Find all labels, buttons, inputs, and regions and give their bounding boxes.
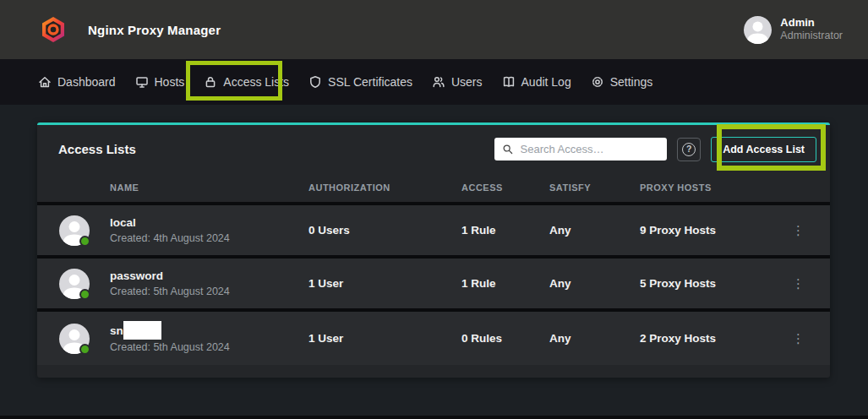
- search-box: [494, 138, 667, 161]
- nginx-proxy-manager-logo-icon: [39, 15, 68, 44]
- access-list-name: password: [110, 268, 230, 285]
- column-header-name: NAME: [37, 182, 308, 193]
- column-header-satisfy: SATISFY: [549, 182, 640, 193]
- bottom-edge-strip: [0, 416, 868, 419]
- nav-label: Users: [451, 75, 483, 89]
- book-icon: [502, 75, 516, 89]
- column-header-access: ACCESS: [461, 182, 549, 193]
- nav-item-audit-log[interactable]: Audit Log: [502, 75, 571, 89]
- redaction-box: [123, 321, 161, 340]
- row-avatar: [59, 215, 90, 246]
- nav-item-access-lists[interactable]: Access Lists: [204, 75, 289, 89]
- nav-label: Audit Log: [521, 75, 571, 89]
- user-role: Administrator: [780, 30, 843, 43]
- column-header-proxy-hosts: PROXY HOSTS: [640, 182, 767, 193]
- app-title: Nginx Proxy Manager: [88, 23, 221, 37]
- users-icon: [432, 75, 445, 89]
- access-value: 1 Rule: [461, 277, 549, 290]
- access-list-created: Created: 5th August 2024: [110, 284, 230, 299]
- row-menu-kebab-icon[interactable]: ⋮: [767, 224, 830, 237]
- proxy-hosts-value: 5 Proxy Hosts: [640, 277, 767, 290]
- proxy-hosts-value: 2 Proxy Hosts: [640, 332, 767, 345]
- column-header-authorization: AUTHORIZATION: [308, 182, 461, 193]
- nav-item-users[interactable]: Users: [432, 75, 483, 89]
- proxy-hosts-value: 9 Proxy Hosts: [640, 224, 767, 237]
- nav-label: Dashboard: [57, 75, 116, 89]
- access-lists-panel: Access Lists ? Add Access List NAME AUTH…: [37, 122, 830, 378]
- help-icon: ?: [682, 143, 696, 156]
- nav-item-dashboard[interactable]: Dashboard: [38, 75, 116, 89]
- table-header-row: NAME AUTHORIZATION ACCESS SATISFY PROXY …: [37, 173, 830, 205]
- access-list-name: sn: [110, 321, 230, 340]
- status-online-dot: [79, 344, 90, 355]
- access-list-created: Created: 4th August 2024: [110, 231, 230, 246]
- table-row[interactable]: local Created: 4th August 2024 0 Users 1…: [37, 205, 830, 258]
- top-header-bar: Nginx Proxy Manager Admin Administrator: [0, 0, 868, 59]
- nav-label: Hosts: [155, 75, 185, 89]
- access-value: 0 Rules: [461, 332, 549, 345]
- shield-icon: [308, 75, 322, 89]
- authorization-value: 1 User: [308, 277, 461, 290]
- row-avatar: [59, 269, 90, 299]
- user-avatar: [744, 16, 772, 44]
- user-name: Admin: [780, 16, 843, 30]
- panel-title: Access Lists: [58, 142, 136, 156]
- satisfy-value: Any: [549, 224, 640, 237]
- search-input[interactable]: [521, 143, 661, 155]
- access-list-name: local: [110, 215, 230, 231]
- monitor-icon: [135, 75, 149, 89]
- nav-label: SSL Certificates: [328, 75, 412, 89]
- nav-label: Settings: [610, 75, 653, 89]
- user-menu[interactable]: Admin Administrator: [744, 16, 843, 44]
- status-online-dot: [79, 236, 90, 247]
- satisfy-value: Any: [549, 332, 640, 345]
- nav-item-hosts[interactable]: Hosts: [135, 75, 185, 89]
- satisfy-value: Any: [549, 277, 640, 290]
- gear-icon: [591, 75, 604, 89]
- nav-item-settings[interactable]: Settings: [591, 75, 653, 89]
- table-row[interactable]: password Created: 5th August 2024 1 User…: [37, 258, 830, 312]
- table-row[interactable]: sn Created: 5th August 2024 1 User 0 Rul…: [37, 312, 830, 365]
- nav-label: Access Lists: [223, 75, 289, 89]
- nav-item-ssl-certificates[interactable]: SSL Certificates: [308, 75, 412, 89]
- authorization-value: 0 Users: [308, 224, 461, 237]
- row-menu-kebab-icon[interactable]: ⋮: [767, 277, 830, 290]
- help-button[interactable]: ?: [677, 138, 701, 161]
- lock-icon: [204, 75, 217, 89]
- access-list-created: Created: 5th August 2024: [110, 340, 230, 355]
- row-avatar: [59, 324, 90, 354]
- add-access-list-button[interactable]: Add Access List: [711, 137, 816, 162]
- home-icon: [38, 75, 52, 89]
- panel-header: Access Lists ? Add Access List: [37, 125, 830, 173]
- page-content: Access Lists ? Add Access List NAME AUTH…: [0, 105, 868, 419]
- status-online-dot: [79, 289, 90, 300]
- main-nav: Dashboard Hosts Access Lists SSL Certifi…: [0, 59, 868, 105]
- row-menu-kebab-icon[interactable]: ⋮: [767, 332, 830, 345]
- authorization-value: 1 User: [308, 332, 461, 345]
- search-icon: [502, 143, 513, 155]
- access-value: 1 Rule: [461, 224, 549, 237]
